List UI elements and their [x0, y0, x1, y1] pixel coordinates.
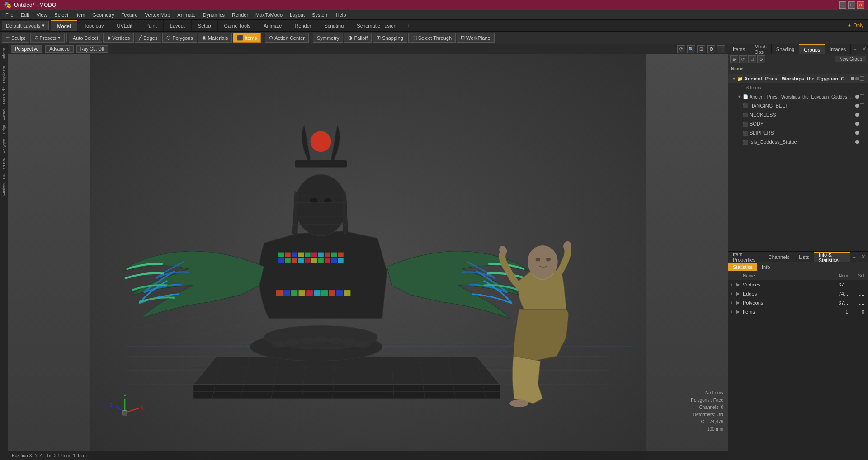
tree-item-2[interactable]: ⬛ NECKLESS: [728, 110, 868, 119]
viewport-status: Position X, Y, Z: -1m 3.175 m -1.45 m: [8, 451, 728, 460]
menu-vertex-map[interactable]: Vertex Map: [142, 11, 174, 19]
viewport-ctrl-fit[interactable]: ⊡: [697, 45, 705, 53]
menu-animate[interactable]: Animate: [174, 11, 199, 19]
tab-images[interactable]: Images: [825, 44, 851, 54]
tab-mesh-ops[interactable]: Mesh Ops: [750, 44, 772, 54]
menu-render[interactable]: Render: [228, 11, 252, 19]
tab-item-properties[interactable]: Item Properties: [728, 252, 764, 262]
edges-button[interactable]: ╱ Edges: [135, 33, 161, 43]
menu-item[interactable]: Item: [72, 11, 89, 19]
tab-items[interactable]: Items: [728, 44, 750, 54]
items-tree[interactable]: ▼ 📁 Ancient_Priest_Worships_the_Egyptian…: [728, 74, 868, 251]
left-panel-duplicate[interactable]: Duplicate: [1, 64, 7, 85]
presets-button[interactable]: ⊙ Presets ▾: [30, 33, 65, 43]
tab-close[interactable]: ✕: [859, 44, 868, 54]
tab-paint[interactable]: Paint: [139, 20, 164, 31]
stats-row-edges[interactable]: + ▶ Edges 74... ....: [728, 289, 868, 298]
tab-schematic-fusion[interactable]: Schematic Fusion: [350, 20, 403, 31]
stats-row-vertices[interactable]: + ▶ Vertices 37... ....: [728, 280, 868, 289]
items-tool-btn-4[interactable]: ⊙: [757, 55, 765, 63]
menu-layout[interactable]: Layout: [286, 11, 308, 19]
tab-render[interactable]: Render: [288, 20, 318, 31]
tab-add-button[interactable]: +: [403, 20, 413, 31]
stats-row-polygons[interactable]: + ▶ Polygons 37... ....: [728, 298, 868, 307]
viewport-ctrl-settings[interactable]: ⚙: [707, 45, 715, 53]
menu-edit[interactable]: Edit: [17, 11, 33, 19]
tree-item-1[interactable]: ⬛ HANGING_BELT: [728, 101, 868, 110]
snapping-button[interactable]: ⊞ Snapping: [373, 33, 407, 43]
minimize-button[interactable]: ─: [839, 1, 846, 9]
left-panel-deform[interactable]: Deform: [1, 46, 7, 63]
items-tool-btn-1[interactable]: ⊕: [730, 55, 738, 63]
tab-lists[interactable]: Lists: [794, 252, 814, 262]
left-panel-edge[interactable]: Edge: [1, 123, 7, 136]
viewport-tab-advanced[interactable]: Advanced: [45, 45, 73, 53]
tree-item-3[interactable]: ⬛ BODY: [728, 119, 868, 128]
viewport-tab-perspective[interactable]: Perspective: [11, 45, 42, 53]
symmetry-button[interactable]: Symmetry: [313, 33, 344, 43]
tab-animate[interactable]: Animate: [257, 20, 288, 31]
tree-item-0[interactable]: ▼ 📄 Ancient_Priest_Worships_the_Egyptian…: [728, 92, 868, 101]
falloff-button[interactable]: ◑ Falloff: [344, 33, 372, 43]
close-button[interactable]: ✕: [857, 1, 864, 9]
tab-add[interactable]: +: [851, 44, 859, 54]
stats-tab-close[interactable]: ✕: [859, 252, 868, 262]
tab-model[interactable]: Model: [51, 20, 77, 31]
viewport-area[interactable]: Perspective Advanced Ray GL: Off ⟳ 🔍 ⊡ ⚙…: [8, 44, 728, 460]
tab-shading[interactable]: Shading: [772, 44, 799, 54]
tab-setup[interactable]: Setup: [192, 20, 218, 31]
tree-item-5[interactable]: ⬛ Isis_Goddess_Statue: [728, 137, 868, 146]
viewport-ctrl-expand[interactable]: ⛶: [717, 45, 725, 53]
items-tool-btn-2[interactable]: ⟳: [739, 55, 747, 63]
menu-system[interactable]: System: [308, 11, 332, 19]
tab-layout[interactable]: Layout: [164, 20, 192, 31]
stats-tab-add[interactable]: +: [850, 252, 859, 262]
stats-row-items[interactable]: + ▶ Items 1 0: [728, 307, 868, 316]
viewport-ctrl-home[interactable]: ⟳: [677, 45, 685, 53]
tab-info-statistics[interactable]: Info & Statistics: [814, 252, 850, 262]
items-button[interactable]: ⬛ Items: [233, 33, 261, 43]
viewport-ctrl-zoom-in[interactable]: 🔍: [687, 45, 695, 53]
menu-help[interactable]: Help: [332, 11, 350, 19]
auto-select-button[interactable]: Auto Select: [69, 33, 102, 43]
menu-maxtomode[interactable]: MaxToModo: [252, 11, 286, 19]
subtab-info[interactable]: Info: [757, 263, 774, 271]
svg-rect-68: [314, 290, 321, 296]
left-panel-fusion[interactable]: Fusion: [1, 182, 7, 197]
new-group-button[interactable]: New Group: [835, 56, 866, 62]
subtab-statistics[interactable]: Statistics: [728, 263, 757, 271]
menu-view[interactable]: View: [33, 11, 51, 19]
vertices-button[interactable]: ◆ Vertices: [103, 33, 134, 43]
workplane-button[interactable]: ⊟ WorkPlane: [457, 33, 495, 43]
tab-scripting[interactable]: Scripting: [318, 20, 351, 31]
sculpt-button[interactable]: ✏ Sculpt: [2, 33, 29, 43]
menu-select[interactable]: Select: [51, 11, 72, 19]
tree-group-root[interactable]: ▼ 📁 Ancient_Priest_Worships_the_Egyptian…: [728, 74, 868, 83]
polygons-button[interactable]: ⬡ Polygons: [162, 33, 197, 43]
tab-topology[interactable]: Topology: [77, 20, 110, 31]
left-panel-uv[interactable]: UV: [1, 172, 7, 181]
layout-dropdown[interactable]: Default Layouts ▾: [2, 21, 49, 30]
items-tool-btn-3[interactable]: □: [748, 55, 756, 63]
left-panel-curve[interactable]: Curve: [1, 156, 7, 171]
tab-groups[interactable]: Groups: [799, 44, 825, 54]
viewport-tab-raygl[interactable]: Ray GL: Off: [76, 45, 108, 53]
title-bar-controls[interactable]: ─ □ ✕: [839, 1, 864, 9]
viewport-canvas[interactable]: X Y Z No Items Polygons : Face Channels:…: [8, 54, 728, 460]
maximize-button[interactable]: □: [848, 1, 855, 9]
action-center-button[interactable]: ⊕ Action Center: [265, 33, 309, 43]
tree-item-4[interactable]: ⬛ SLIPPERS: [728, 128, 868, 137]
tab-channels[interactable]: Channels: [764, 252, 794, 262]
only-button[interactable]: ★ Only: [843, 20, 868, 31]
left-panel-mesh-edit[interactable]: MeshEdit: [1, 85, 7, 106]
tab-game-tools[interactable]: Game Tools: [218, 20, 258, 31]
menu-dynamics[interactable]: Dynamics: [199, 11, 228, 19]
tab-uvedit[interactable]: UVEdit: [110, 20, 139, 31]
left-panel-vertex[interactable]: Vertex: [1, 107, 7, 122]
select-through-button[interactable]: ⬚ Select Through: [408, 33, 456, 43]
menu-texture[interactable]: Texture: [118, 11, 142, 19]
menu-geometry[interactable]: Geometry: [89, 11, 118, 19]
materials-button[interactable]: ◉ Materials: [198, 33, 232, 43]
left-panel-polygon[interactable]: Polygon: [1, 137, 7, 155]
menu-file[interactable]: File: [2, 11, 17, 19]
